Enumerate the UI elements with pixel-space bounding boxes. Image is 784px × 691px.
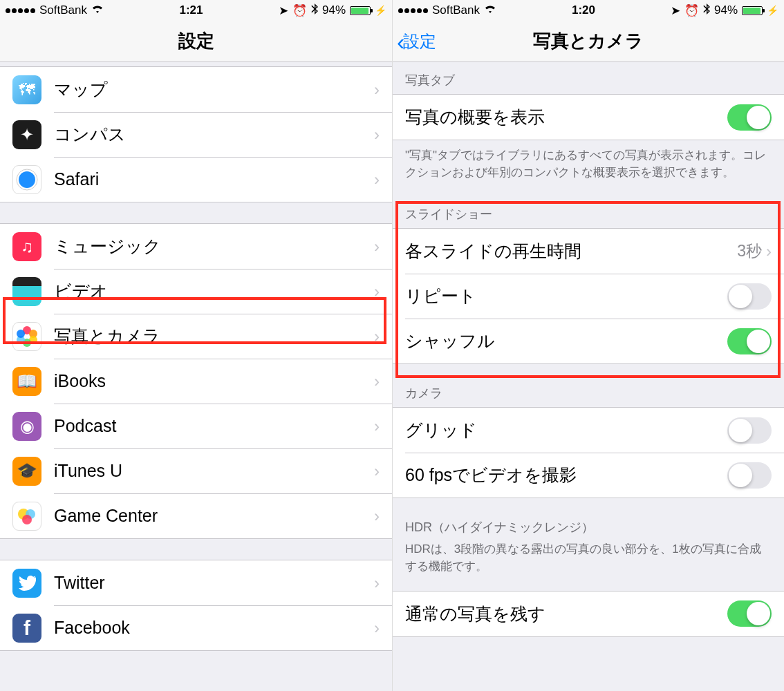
row-keep-normal[interactable]: 通常の写真を残す — [393, 591, 784, 636]
settings-row-ibooks[interactable]: 📖 iBooks › — [0, 359, 392, 404]
toggle-photo-summary[interactable] — [727, 104, 772, 131]
chevron-right-icon: › — [374, 170, 380, 189]
settings-row-compass[interactable]: ✦ コンパス › — [0, 112, 392, 157]
section-header-slideshow: スライドショー — [393, 185, 784, 228]
battery-percent: 94% — [714, 3, 738, 17]
settings-row-music[interactable]: ♫ ミュージック › — [0, 224, 392, 269]
alarm-icon: ⏰ — [684, 3, 699, 18]
settings-row-itunesu[interactable]: 🎓 iTunes U › — [0, 448, 392, 493]
row-label: iTunes U — [54, 461, 374, 481]
slideshow-group: 各スライドの再生時間 3秒 › リピート シャッフル — [393, 228, 784, 364]
section-header-hdr: HDR（ハイダイナミックレンジ） — [393, 498, 784, 541]
music-icon: ♫ — [12, 232, 41, 261]
photos-camera-screen: SoftBank 1:20 ➤ ⏰ 94% ⚡ ‹ 設定 写真とカメラ 写真タブ… — [392, 0, 784, 691]
row-label: iBooks — [54, 371, 374, 391]
svg-point-6 — [22, 515, 32, 524]
nav-bar: 設定 — [0, 21, 392, 62]
compass-icon: ✦ — [12, 120, 41, 149]
row-label: マップ — [54, 78, 374, 101]
status-bar: SoftBank 1:20 ➤ ⏰ 94% ⚡ — [393, 0, 784, 21]
podcast-icon: ◉ — [12, 412, 41, 441]
back-button[interactable]: ‹ 設定 — [397, 30, 436, 53]
carrier-label: SoftBank — [432, 3, 480, 17]
battery-icon — [350, 6, 371, 15]
chevron-right-icon: › — [374, 618, 380, 638]
svg-point-1 — [19, 171, 35, 188]
wifi-icon — [91, 3, 104, 17]
row-label: グリッド — [405, 419, 727, 442]
video-icon — [12, 277, 41, 306]
page-title: 写真とカメラ — [533, 29, 644, 53]
row-60fps[interactable]: 60 fpsでビデオを撮影 — [393, 453, 784, 498]
clock-label: 1:20 — [572, 3, 595, 17]
row-label: コンパス — [54, 123, 374, 146]
battery-percent: 94% — [322, 3, 346, 17]
carrier-label: SoftBank — [39, 3, 87, 17]
row-label: ビデオ — [54, 280, 374, 303]
settings-row-facebook[interactable]: f Facebook › — [0, 605, 392, 650]
bluetooth-icon — [703, 3, 710, 18]
row-label: 写真とカメラ — [54, 325, 374, 348]
photo-tab-group: 写真の概要を表示 — [393, 94, 784, 140]
row-detail: 3秒 — [737, 240, 762, 262]
settings-group-2: ♫ ミュージック › ビデオ › 写真とカメラ › — [0, 223, 392, 539]
settings-row-video[interactable]: ビデオ › — [0, 269, 392, 314]
alarm-icon: ⏰ — [292, 3, 307, 18]
facebook-icon: f — [12, 614, 41, 643]
row-repeat[interactable]: リピート — [393, 274, 784, 319]
row-shuffle[interactable]: シャッフル — [393, 319, 784, 363]
photos-icon — [12, 322, 41, 351]
row-label: 60 fpsでビデオを撮影 — [405, 464, 727, 486]
settings-row-safari[interactable]: Safari › — [0, 157, 392, 202]
row-photo-summary[interactable]: 写真の概要を表示 — [393, 95, 784, 140]
chevron-right-icon: › — [374, 462, 380, 481]
battery-icon — [742, 6, 763, 15]
toggle-60fps[interactable] — [727, 462, 772, 489]
chevron-right-icon: › — [374, 574, 380, 593]
itunesu-icon: 🎓 — [12, 457, 41, 486]
row-label: 各スライドの再生時間 — [405, 240, 737, 263]
gamecenter-icon — [12, 502, 41, 531]
maps-icon: 🗺 — [12, 75, 41, 104]
chevron-right-icon: › — [374, 282, 380, 301]
row-label: Podcast — [54, 416, 374, 436]
nav-bar: ‹ 設定 写真とカメラ — [393, 21, 784, 62]
settings-row-podcast[interactable]: ◉ Podcast › — [0, 404, 392, 448]
row-label: シャッフル — [405, 330, 727, 352]
camera-group: グリッド 60 fpsでビデオを撮影 — [393, 407, 784, 498]
chevron-right-icon: › — [374, 237, 380, 256]
row-slide-duration[interactable]: 各スライドの再生時間 3秒 › — [393, 229, 784, 274]
row-label: ミュージック — [54, 235, 374, 258]
signal-dots-icon — [398, 8, 428, 13]
bluetooth-icon — [311, 3, 318, 18]
signal-dots-icon — [6, 8, 35, 13]
settings-row-maps[interactable]: 🗺 マップ › — [0, 67, 392, 112]
chevron-right-icon: › — [374, 507, 380, 526]
hdr-group: 通常の写真を残す — [393, 591, 784, 637]
row-label: 通常の写真を残す — [405, 603, 727, 625]
settings-screen: SoftBank 1:21 ➤ ⏰ 94% ⚡ 設定 🗺 マップ › ✦ — [0, 0, 392, 691]
ibooks-icon: 📖 — [12, 367, 41, 396]
settings-row-photos-camera[interactable]: 写真とカメラ › — [0, 314, 392, 359]
location-icon: ➤ — [671, 3, 680, 18]
toggle-grid[interactable] — [727, 417, 772, 444]
settings-row-twitter[interactable]: Twitter › — [0, 560, 392, 605]
page-title: 設定 — [178, 29, 214, 53]
toggle-keep-normal[interactable] — [727, 600, 772, 627]
chevron-right-icon: › — [374, 80, 380, 100]
safari-icon — [12, 165, 41, 194]
row-label: Game Center — [54, 506, 374, 526]
row-label: Facebook — [54, 618, 374, 638]
chevron-right-icon: › — [374, 327, 380, 346]
toggle-repeat[interactable] — [727, 283, 772, 310]
chevron-right-icon: › — [374, 417, 380, 436]
settings-row-gamecenter[interactable]: Game Center › — [0, 493, 392, 538]
toggle-shuffle[interactable] — [727, 328, 772, 354]
row-label: 写真の概要を表示 — [405, 106, 727, 129]
row-label: Twitter — [54, 573, 374, 593]
twitter-icon — [12, 569, 41, 598]
back-label: 設定 — [403, 30, 436, 53]
location-icon: ➤ — [279, 3, 288, 18]
row-grid[interactable]: グリッド — [393, 408, 784, 453]
chevron-right-icon: › — [766, 242, 772, 261]
